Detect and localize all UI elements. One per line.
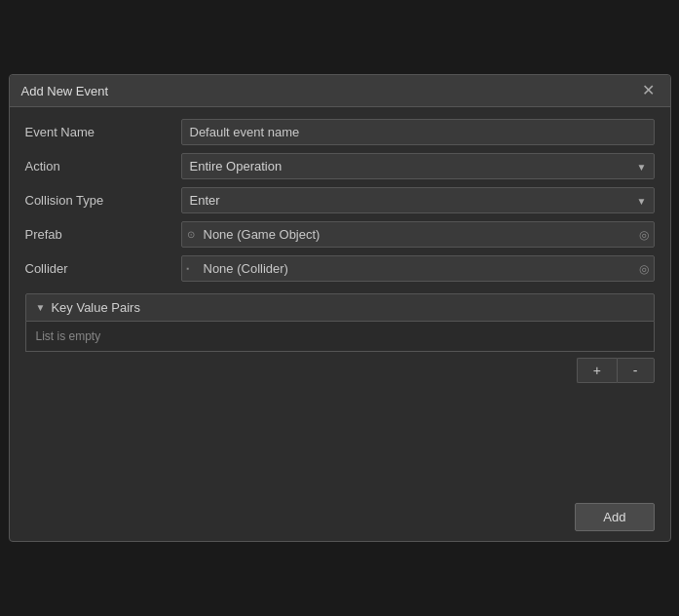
collider-input[interactable]	[181, 255, 655, 282]
collider-control: ▪ ◎	[181, 255, 655, 282]
collision-type-label: Collision Type	[25, 193, 181, 208]
dialog-body: Event Name Action Entire Operation On En…	[10, 107, 670, 489]
collision-type-row: Collision Type Enter Exit Stay ▼	[25, 187, 655, 213]
key-value-section-header[interactable]: ▼ Key Value Pairs	[25, 293, 655, 322]
prefab-input[interactable]	[181, 221, 655, 248]
prefab-row: Prefab ⊙ ◎	[25, 221, 655, 248]
collider-field-wrapper: ▪ ◎	[181, 255, 655, 282]
add-button[interactable]: Add	[575, 503, 654, 531]
list-controls: + -	[25, 358, 655, 383]
list-empty-text: List is empty	[25, 322, 655, 352]
collision-type-select[interactable]: Enter Exit Stay	[181, 187, 655, 213]
close-button[interactable]: ✕	[638, 83, 659, 98]
section-arrow-icon: ▼	[36, 302, 46, 313]
event-name-row: Event Name	[25, 119, 655, 145]
dialog-title: Add New Event	[21, 84, 109, 98]
collision-type-control: Enter Exit Stay ▼	[181, 187, 655, 213]
section-title: Key Value Pairs	[51, 300, 140, 315]
action-select-wrapper: Entire Operation On Enter On Exit ▼	[181, 153, 655, 179]
event-name-label: Event Name	[25, 125, 181, 139]
event-name-input[interactable]	[181, 119, 655, 145]
remove-key-value-button[interactable]: -	[617, 358, 655, 383]
add-key-value-button[interactable]: +	[577, 358, 617, 383]
action-control: Entire Operation On Enter On Exit ▼	[181, 153, 655, 179]
action-row: Action Entire Operation On Enter On Exit…	[25, 153, 655, 179]
action-select[interactable]: Entire Operation On Enter On Exit	[181, 153, 655, 179]
prefab-field-wrapper: ⊙ ◎	[181, 221, 655, 248]
collider-row: Collider ▪ ◎	[25, 255, 655, 282]
dialog-footer: Add	[10, 493, 670, 541]
prefab-label: Prefab	[25, 227, 181, 242]
collision-type-select-wrapper: Enter Exit Stay ▼	[181, 187, 655, 213]
prefab-select-icon[interactable]: ◎	[639, 228, 649, 242]
collider-select-icon[interactable]: ◎	[639, 262, 649, 276]
add-new-event-dialog: Add New Event ✕ Event Name Action Entire…	[9, 74, 671, 542]
action-label: Action	[25, 159, 181, 173]
dialog-titlebar: Add New Event ✕	[10, 75, 670, 107]
event-name-control	[181, 119, 655, 145]
collider-label: Collider	[25, 261, 181, 276]
prefab-control: ⊙ ◎	[181, 221, 655, 248]
